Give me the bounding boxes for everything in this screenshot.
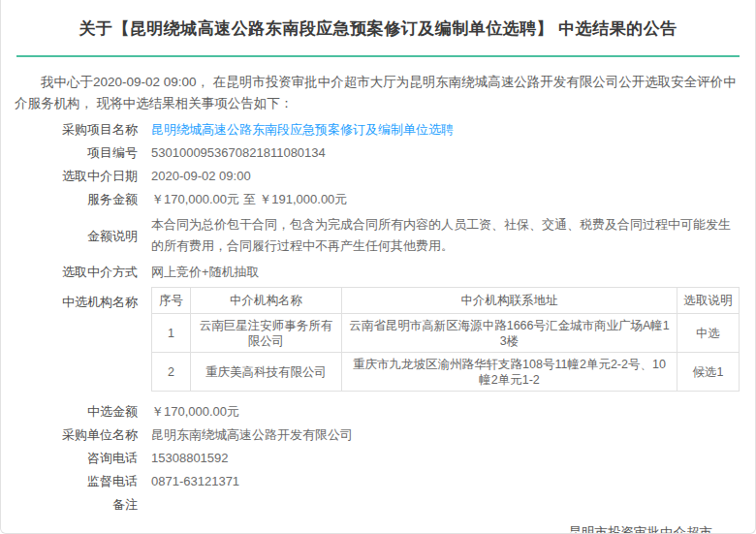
selected-agencies-table: 序号 中介机构名称 中介机构联系地址 选取说明 1 云南巨星注安师事务所有限公司…	[151, 287, 740, 392]
field-row-selection-method: 选取中介方式 网上竞价+随机抽取	[1, 264, 755, 280]
supervision-phone-value: 0871-63121371	[151, 473, 755, 489]
cell-agency-address: 重庆市九龙坡区渝州路华轩支路108号11幢2单元2-2号、10幢2单元1-2	[342, 353, 677, 392]
table-header-row: 序号 中介机构名称 中介机构联系地址 选取说明	[152, 288, 740, 314]
field-row-purchaser-name: 采购单位名称 昆明东南绕城高速公路开发有限公司	[1, 426, 755, 443]
field-label-selection-date: 选取中介日期	[1, 168, 151, 184]
col-header-agency-address: 中介机构联系地址	[342, 288, 677, 314]
field-label-remarks: 备注	[1, 496, 151, 513]
field-label-purchaser-name: 采购单位名称	[1, 426, 151, 443]
cell-seq: 2	[152, 353, 191, 392]
field-label-inquiry-phone: 咨询电话	[1, 450, 151, 466]
field-row-amount-note: 金额说明 本合同为总价包干合同，包含为完成合同所有内容的人员工资、社保、交通、税…	[1, 214, 755, 257]
table-row: 2 重庆美高科技有限公司 重庆市九龙坡区渝州路华轩支路108号11幢2单元2-2…	[152, 353, 740, 392]
cell-agency-address: 云南省昆明市高新区海源中路1666号汇金城市商业广场A幢13楼	[342, 314, 677, 353]
field-row-project-name: 采购项目名称 昆明绕城高速公路东南段应急预案修订及编制单位选聘	[1, 121, 755, 138]
service-amount-value: ￥170,000.00元 至 ￥191,000.00元	[151, 191, 755, 207]
field-label-selected-agencies: 中选机构名称	[1, 287, 151, 310]
fields-section: 采购项目名称 昆明绕城高速公路东南段应急预案修订及编制单位选聘 项目编号 530…	[1, 121, 755, 513]
cell-seq: 1	[152, 314, 191, 353]
inquiry-phone-value: 15308801592	[151, 450, 755, 466]
selection-method-value: 网上竞价+随机抽取	[151, 264, 755, 280]
field-label-winning-amount: 中选金额	[1, 403, 151, 420]
cell-selection-note: 候选1	[677, 353, 740, 392]
project-name-link[interactable]: 昆明绕城高速公路东南段应急预案修订及编制单位选聘	[151, 121, 755, 138]
field-row-inquiry-phone: 咨询电话 15308801592	[1, 450, 755, 466]
cell-agency-name: 重庆美高科技有限公司	[191, 353, 342, 392]
col-header-agency-name: 中介机构名称	[191, 288, 342, 314]
amount-note-value: 本合同为总价包干合同，包含为完成合同所有内容的人员工资、社保、交通、税费及合同过…	[151, 214, 755, 257]
field-row-service-amount: 服务金额 ￥170,000.00元 至 ￥191,000.00元	[1, 191, 755, 207]
signature-block: 昆明市投资审批中介超市 2020-09-02	[1, 519, 755, 534]
field-row-winning-amount: 中选金额 ￥170,000.00元	[1, 403, 755, 420]
col-header-seq: 序号	[152, 288, 191, 314]
intro-paragraph: 我中心于2020-09-02 09:00， 在昆明市投资审批中介超市大厅为昆明东…	[1, 57, 755, 114]
field-row-remarks: 备注	[1, 496, 755, 513]
field-label-service-amount: 服务金额	[1, 191, 151, 207]
cell-selection-note: 中选	[677, 314, 740, 353]
purchaser-name-value: 昆明东南绕城高速公路开发有限公司	[151, 426, 755, 443]
table-row: 1 云南巨星注安师事务所有限公司 云南省昆明市高新区海源中路1666号汇金城市商…	[152, 314, 740, 353]
project-number-value: 5301000953670821811080134	[151, 144, 755, 161]
announcement-page: 关于【昆明绕城高速公路东南段应急预案修订及编制单位选聘】 中选结果的公告 我中心…	[0, 0, 756, 534]
field-row-supervision-phone: 监督电话 0871-63121371	[1, 473, 755, 489]
col-header-selection-note: 选取说明	[677, 288, 740, 314]
field-label-supervision-phone: 监督电话	[1, 473, 151, 489]
field-row-selected-agencies: 中选机构名称 序号 中介机构名称 中介机构联系地址 选取说明	[1, 287, 755, 392]
field-label-selection-method: 选取中介方式	[1, 264, 151, 280]
selection-date-value: 2020-09-02 09:00	[151, 168, 755, 184]
page-title: 关于【昆明绕城高速公路东南段应急预案修订及编制单位选聘】 中选结果的公告	[1, 0, 755, 40]
winning-amount-value: ￥170,000.00元	[151, 403, 755, 420]
cell-agency-name: 云南巨星注安师事务所有限公司	[191, 314, 342, 353]
signature-org: 昆明市投资审批中介超市	[1, 519, 712, 534]
field-label-amount-note: 金额说明	[1, 228, 151, 244]
field-row-project-number: 项目编号 5301000953670821811080134	[1, 144, 755, 161]
field-row-selection-date: 选取中介日期 2020-09-02 09:00	[1, 168, 755, 184]
field-label-project-name: 采购项目名称	[1, 121, 151, 138]
field-label-project-number: 项目编号	[1, 144, 151, 161]
